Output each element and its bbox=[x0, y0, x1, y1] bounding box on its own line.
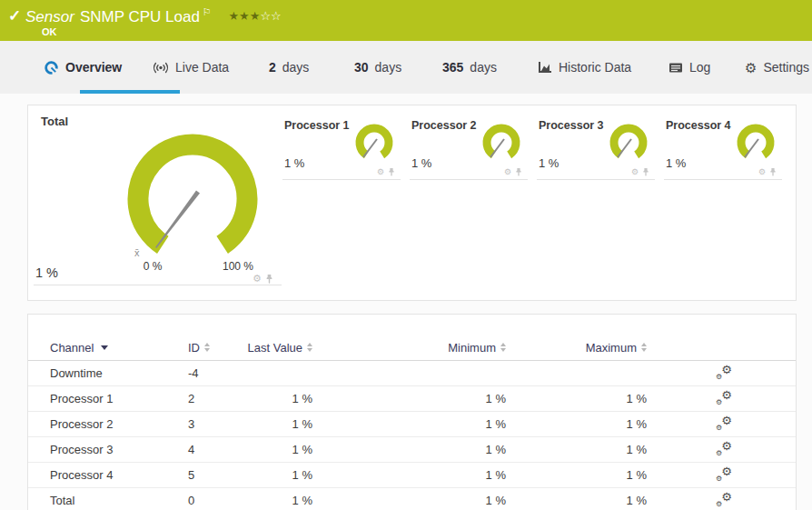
gauge-cell-processor-4: Processor 4 1 % ⚙ bbox=[664, 115, 791, 187]
tab-2-days-number: 2 bbox=[269, 60, 276, 75]
sort-icon[interactable] bbox=[307, 343, 312, 352]
channel-name: Processor 1 bbox=[50, 392, 113, 405]
table-row: Processor 1 2 1 % 1 % 1 % ⚙⚙ bbox=[28, 386, 796, 412]
sensor-header-bar: ✓ SensorSNMP CPU Load⚐ ★★★☆☆ OK bbox=[0, 0, 812, 41]
status-badge: OK bbox=[42, 26, 57, 37]
gauge-value: 1 % bbox=[411, 156, 431, 170]
tab-settings-label: Settings bbox=[763, 60, 809, 75]
tab-settings[interactable]: ⚙ Settings bbox=[745, 41, 809, 94]
sensor-kind-label: Sensor bbox=[25, 8, 74, 25]
channel-minimum: 1 % bbox=[486, 443, 506, 456]
pin-icon[interactable] bbox=[388, 167, 395, 176]
sort-icon[interactable] bbox=[204, 343, 210, 352]
historic-chart-icon bbox=[538, 61, 552, 74]
priority-stars[interactable]: ★★★☆☆ bbox=[228, 9, 281, 23]
stars-filled[interactable]: ★★★ bbox=[228, 9, 260, 23]
tab-365-days[interactable]: 365 days bbox=[442, 41, 497, 94]
channel-id: 2 bbox=[188, 392, 194, 405]
gear-icon[interactable]: ⚙ bbox=[377, 168, 384, 176]
channel-settings-icon[interactable]: ⚙⚙ bbox=[716, 443, 732, 456]
channel-minimum: 1 % bbox=[486, 392, 506, 405]
gear-icon[interactable]: ⚙ bbox=[253, 274, 262, 284]
flag-icon[interactable]: ⚐ bbox=[203, 6, 212, 17]
table-row: Total 0 1 % 1 % 1 % ⚙⚙ bbox=[28, 488, 796, 510]
channel-id: 0 bbox=[188, 494, 194, 507]
gear-icon[interactable]: ⚙ bbox=[758, 168, 766, 176]
channel-last-value: 1 % bbox=[292, 392, 312, 405]
channel-minimum: 1 % bbox=[486, 494, 506, 507]
column-header-id-label: ID bbox=[188, 341, 200, 355]
column-header-channel-label: Channel bbox=[50, 341, 94, 355]
tab-2-days-label: days bbox=[282, 60, 310, 75]
gauge-cell-processor-1: Processor 1 1 % ⚙ bbox=[282, 115, 410, 187]
tab-live-data[interactable]: Live Data bbox=[153, 41, 229, 94]
divider bbox=[664, 179, 782, 180]
page-title: SNMP CPU Load bbox=[80, 8, 200, 25]
processor-4-gauge bbox=[728, 118, 786, 171]
log-icon bbox=[668, 62, 683, 74]
sort-icon[interactable] bbox=[641, 343, 647, 352]
table-row: Processor 3 4 1 % 1 % 1 % ⚙⚙ bbox=[28, 437, 796, 463]
pin-icon[interactable] bbox=[642, 167, 649, 176]
gauge-title: Processor 4 bbox=[666, 119, 731, 132]
channel-settings-icon[interactable]: ⚙⚙ bbox=[716, 494, 732, 507]
channel-minimum: 1 % bbox=[486, 417, 506, 431]
processor-3-gauge bbox=[600, 118, 659, 171]
gear-icon[interactable]: ⚙ bbox=[504, 168, 511, 176]
total-gauge-actions: ⚙ bbox=[253, 274, 273, 284]
channel-name: Downtime bbox=[50, 366, 103, 380]
tab-bar: Overview Live Data 2 days 30 days 365 da… bbox=[0, 41, 812, 94]
channel-settings-icon[interactable]: ⚙⚙ bbox=[716, 417, 732, 431]
column-header-last-value-label: Last Value bbox=[248, 341, 302, 355]
tab-2-days[interactable]: 2 days bbox=[269, 41, 309, 94]
tab-365-days-number: 365 bbox=[442, 60, 463, 75]
table-row: Processor 4 5 1 % 1 % 1 % ⚙⚙ bbox=[28, 463, 796, 488]
column-header-channel[interactable]: Channel bbox=[28, 341, 183, 355]
channel-name: Processor 4 bbox=[50, 468, 113, 482]
tab-overview-label: Overview bbox=[65, 60, 122, 75]
status-check-icon: ✓ bbox=[8, 6, 21, 25]
tab-overview[interactable]: Overview bbox=[44, 41, 122, 94]
column-header-minimum-label: Minimum bbox=[448, 341, 496, 355]
table-row: Processor 2 3 1 % 1 % 1 % ⚙⚙ bbox=[28, 412, 796, 437]
channel-settings-icon[interactable]: ⚙⚙ bbox=[716, 468, 732, 482]
pin-icon[interactable] bbox=[769, 167, 777, 176]
channel-settings-icon[interactable]: ⚙⚙ bbox=[716, 392, 732, 405]
gauge-min-label: 0 % bbox=[133, 260, 173, 273]
gauge-cell-processor-3: Processor 3 1 % ⚙ bbox=[537, 115, 664, 187]
tab-log-label: Log bbox=[689, 60, 710, 75]
channel-maximum: 1 % bbox=[627, 392, 647, 405]
gauge-actions: ⚙ bbox=[758, 167, 777, 176]
tab-30-days-number: 30 bbox=[354, 60, 369, 75]
channel-maximum: 1 % bbox=[627, 494, 647, 507]
gear-icon[interactable]: ⚙ bbox=[631, 168, 639, 176]
column-header-id[interactable]: ID bbox=[183, 341, 237, 355]
gauge-max-label: 100 % bbox=[218, 260, 258, 273]
channels-table-panel: Channel ID Last Value Minimum Maximum bbox=[27, 314, 797, 510]
divider bbox=[34, 285, 282, 285]
pin-icon[interactable] bbox=[515, 167, 522, 176]
column-header-last-value[interactable]: Last Value bbox=[237, 341, 316, 355]
gauge-title: Processor 2 bbox=[411, 119, 477, 132]
tab-30-days-label: days bbox=[375, 60, 402, 75]
column-header-maximum[interactable]: Maximum bbox=[506, 341, 647, 355]
column-header-minimum[interactable]: Minimum bbox=[316, 341, 506, 355]
tab-live-data-label: Live Data bbox=[175, 60, 229, 75]
tab-30-days[interactable]: 30 days bbox=[354, 41, 401, 94]
stars-empty[interactable]: ☆☆ bbox=[260, 9, 281, 23]
tab-log[interactable]: Log bbox=[668, 41, 710, 94]
processor-1-gauge bbox=[346, 118, 404, 171]
sensor-title: SensorSNMP CPU Load⚐ ★★★☆☆ bbox=[25, 6, 282, 26]
channel-name: Total bbox=[50, 494, 74, 507]
gauge-needle bbox=[490, 139, 504, 157]
channel-id: 3 bbox=[188, 417, 194, 431]
gauge-needle bbox=[618, 139, 631, 157]
pin-icon[interactable] bbox=[265, 274, 273, 284]
tab-365-days-label: days bbox=[470, 60, 497, 75]
gauge-value: 1 % bbox=[284, 156, 304, 170]
tab-historic-data[interactable]: Historic Data bbox=[538, 41, 631, 94]
channel-last-value: 1 % bbox=[292, 468, 312, 482]
gauge-value: 1 % bbox=[539, 156, 559, 170]
channel-maximum: 1 % bbox=[627, 443, 647, 456]
channel-settings-icon[interactable]: ⚙⚙ bbox=[716, 366, 732, 380]
